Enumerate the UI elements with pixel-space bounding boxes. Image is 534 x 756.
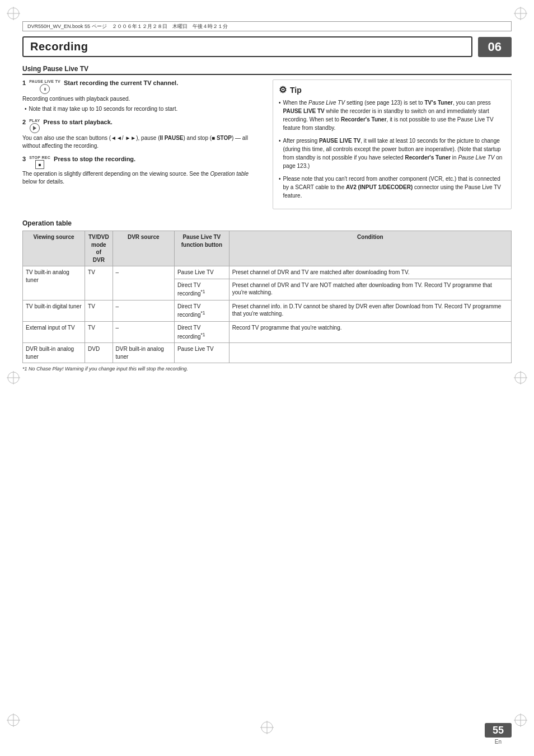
file-info-bar: DVR550H_WV_EN.book 55 ページ ２００６年１２月２８日 木曜… [22,21,512,31]
cell-pause-2: Direct TV recording*1 [174,300,229,321]
cell-condition-3: Record TV programme that you're watching… [229,322,511,343]
section-using-pause-heading: Using Pause Live TV [22,65,512,75]
cell-condition-4 [229,343,511,363]
operation-table-section: Operation table Viewing source TV/DVDmod… [22,219,512,372]
page-number-area: 55 En [485,723,512,745]
corner-mark-tl [6,6,21,21]
cell-condition-1: Preset channel of DVR and TV are NOT mat… [229,279,511,300]
cell-tvdvd-2: TV [85,300,113,321]
step-3-body: The operation is slightly different depe… [22,170,261,186]
table-header-row: Viewing source TV/DVDmode ofDVR DVR sour… [23,231,512,266]
tip-item-0: When the Pause Live TV setting (see page… [279,98,505,132]
col-dvr-source: DVR source [113,231,174,266]
step-2: 2 PLAY Press to start playback. You can … [22,119,261,150]
step-3-label-small: STOP REC [29,156,50,159]
page-number: 55 [485,723,512,738]
cell-condition-0: Preset channel of DVR and TV are matched… [229,266,511,279]
step-3: 3 STOP REC ■ Press to stop the recording… [22,156,261,186]
col-condition: Condition [229,231,511,266]
corner-mark-tr [513,6,528,21]
tip-item-1: After pressing PAUSE LIVE TV, it will ta… [279,137,505,170]
tip-icon: ⚙ [279,84,287,95]
header-band: Recording 06 [22,36,512,57]
step-2-label-small: PLAY [29,119,40,123]
cell-viewing-source-3: External input of TV [23,322,85,343]
cell-viewing-source-4: DVR built-in analog tuner [23,343,85,363]
page-lang: En [495,739,502,745]
table-row: DVR built-in analog tuner DVD DVR built-… [23,343,512,363]
tip-header: ⚙ Tip [279,84,505,95]
step-2-icon [30,123,40,133]
tip-heading: Tip [290,86,302,95]
cell-pause-3: Direct TV recording*1 [174,322,229,343]
col-pause-live-tv: Pause Live TVfunction button [174,231,229,266]
step-3-text: Press to stop the recording. [54,156,135,162]
cell-pause-1: Direct TV recording*1 [174,279,229,300]
operation-table-heading: Operation table [22,219,512,227]
cell-dvr-2: – [113,300,174,321]
table-row: TV built-in digital tuner TV – Direct TV… [23,300,512,321]
cell-viewing-source-2: TV built-in digital tuner [23,300,85,321]
cell-viewing-source-0: TV built-in analog tuner [23,266,85,300]
step-1-body: Recording continues with playback paused… [22,95,261,103]
step-3-icon: ■ [35,160,44,169]
main-content: Recording 06 Using Pause Live TV 1 PAUSE… [22,36,512,722]
left-column: 1 PAUSE LIVE TV ⏸ Start recording the cu… [22,79,261,209]
step-1-icon: ⏸ [40,84,50,94]
step-1-header: 1 PAUSE LIVE TV ⏸ Start recording the cu… [22,79,261,94]
cell-pause-0: Pause Live TV [174,266,229,279]
col-viewing-source: Viewing source [23,231,85,266]
step-3-number: 3 [22,156,26,162]
cell-dvr-3: – [113,322,174,343]
two-column-layout: 1 PAUSE LIVE TV ⏸ Start recording the cu… [22,79,512,209]
operation-table: Viewing source TV/DVDmode ofDVR DVR sour… [22,231,512,363]
page-title: Recording [22,36,472,57]
cell-tvdvd-3: TV [85,322,113,343]
step-1-number: 1 [22,79,26,86]
table-row: TV built-in analog tuner TV – Pause Live… [23,266,512,279]
file-info-text: DVR550H_WV_EN.book 55 ページ ２００６年１２月２８日 木曜… [27,23,228,30]
step-2-header: 2 PLAY Press to start playback. [22,119,261,133]
right-column: ⚙ Tip When the Pause Live TV setting (se… [273,79,512,209]
cell-dvr-0: – [113,266,174,300]
table-footnote: *1 No Chase Play! Warning if you change … [22,366,512,372]
cell-pause-4: Pause Live TV [174,343,229,363]
tip-box: ⚙ Tip When the Pause Live TV setting (se… [273,79,512,209]
tip-item-2: Please note that you can't record from a… [279,175,505,200]
step-1-bullet-0: Note that it may take up to 10 seconds f… [25,105,261,113]
step-2-body: You can also use the scan buttons (◄◄/ ►… [22,134,261,150]
step-1-label-small: PAUSE LIVE TV [29,79,60,83]
step-2-text: Press to start playback. [43,119,113,125]
corner-mark-bl [6,712,21,728]
step-1-text: Start recording the current TV channel. [64,79,178,86]
cell-condition-2: Preset channel info. in D.TV cannot be s… [229,300,511,321]
col-tvdvd-mode: TV/DVDmode ofDVR [85,231,113,266]
chapter-number: 06 [478,37,512,57]
step-1: 1 PAUSE LIVE TV ⏸ Start recording the cu… [22,79,261,113]
side-mark-right [513,370,528,387]
cell-tvdvd-0: TV [85,266,113,300]
step-2-number: 2 [22,119,26,125]
cell-tvdvd-4: DVD [85,343,113,363]
table-row: External input of TV TV – Direct TV reco… [23,322,512,343]
cell-dvr-4: DVR built-in analog tuner [113,343,174,363]
step-3-header: 3 STOP REC ■ Press to stop the recording… [22,156,261,169]
corner-mark-br [513,712,528,728]
side-mark-left [6,370,21,387]
bottom-center-mark [259,720,275,736]
